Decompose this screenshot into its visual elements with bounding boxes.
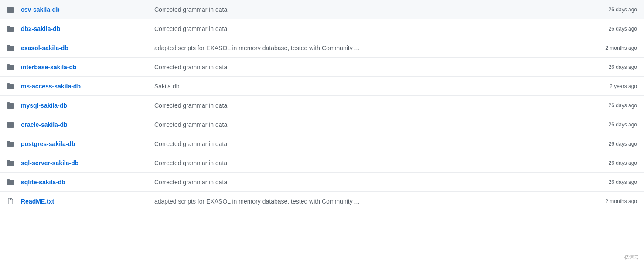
commit-time: 26 days ago [567, 141, 637, 147]
folder-icon [7, 44, 21, 51]
file-link[interactable]: exasol-sakila-db [21, 44, 68, 51]
commit-time: 26 days ago [567, 122, 637, 128]
commit-message: Corrected grammar in data [147, 64, 567, 71]
commit-message: Corrected grammar in data [147, 160, 567, 166]
commit-message: adapted scripts for EXASOL in memory dat… [147, 44, 567, 51]
folder-icon [7, 140, 21, 147]
folder-icon [7, 179, 21, 186]
folder-icon [7, 102, 21, 109]
table-row: mysql-sakila-dbCorrected grammar in data… [0, 96, 644, 115]
file-link[interactable]: postgres-sakila-db [21, 140, 75, 147]
table-row: exasol-sakila-dbadapted scripts for EXAS… [0, 38, 644, 58]
commit-message: Corrected grammar in data [147, 25, 567, 32]
file-link[interactable]: ms-access-sakila-db [21, 83, 81, 90]
folder-icon [7, 83, 21, 90]
file-link[interactable]: db2-sakila-db [21, 25, 60, 32]
table-row: ms-access-sakila-dbSakila db2 years ago [0, 77, 644, 96]
commit-time: 26 days ago [567, 102, 637, 109]
commit-time: 26 days ago [567, 26, 637, 32]
file-link[interactable]: sqlite-sakila-db [21, 179, 65, 186]
commit-time: 26 days ago [567, 7, 637, 13]
commit-time: 2 months ago [567, 45, 637, 51]
file-link[interactable]: ReadME.txt [21, 198, 54, 205]
table-row: postgres-sakila-dbCorrected grammar in d… [0, 134, 644, 153]
commit-time: 2 months ago [567, 198, 637, 204]
commit-time: 2 years ago [567, 83, 637, 89]
commit-message: Sakila db [147, 83, 567, 90]
file-link[interactable]: interbase-sakila-db [21, 64, 77, 71]
commit-time: 26 days ago [567, 64, 637, 70]
file-link[interactable]: csv-sakila-db [21, 6, 60, 13]
table-row: csv-sakila-dbCorrected grammar in data26… [0, 0, 644, 19]
commit-message: Corrected grammar in data [147, 179, 567, 186]
file-list: csv-sakila-dbCorrected grammar in data26… [0, 0, 644, 211]
table-row: oracle-sakila-dbCorrected grammar in dat… [0, 115, 644, 134]
commit-message: Corrected grammar in data [147, 6, 567, 13]
commit-time: 26 days ago [567, 160, 637, 166]
table-row: interbase-sakila-dbCorrected grammar in … [0, 58, 644, 77]
folder-icon [7, 6, 21, 13]
file-link[interactable]: sql-server-sakila-db [21, 160, 78, 166]
file-link[interactable]: oracle-sakila-db [21, 121, 68, 128]
commit-time: 26 days ago [567, 179, 637, 185]
folder-icon [7, 160, 21, 166]
table-row: sql-server-sakila-dbCorrected grammar in… [0, 153, 644, 173]
file-link[interactable]: mysql-sakila-db [21, 102, 67, 109]
table-row: ReadME.txtadapted scripts for EXASOL in … [0, 192, 644, 211]
folder-icon [7, 121, 21, 128]
commit-message: Corrected grammar in data [147, 102, 567, 109]
commit-message: Corrected grammar in data [147, 140, 567, 147]
folder-icon [7, 25, 21, 32]
table-row: sqlite-sakila-dbCorrected grammar in dat… [0, 173, 644, 192]
table-row: db2-sakila-dbCorrected grammar in data26… [0, 19, 644, 38]
commit-message: Corrected grammar in data [147, 121, 567, 128]
commit-message: adapted scripts for EXASOL in memory dat… [147, 198, 567, 205]
folder-icon [7, 64, 21, 71]
file-icon [7, 198, 21, 205]
